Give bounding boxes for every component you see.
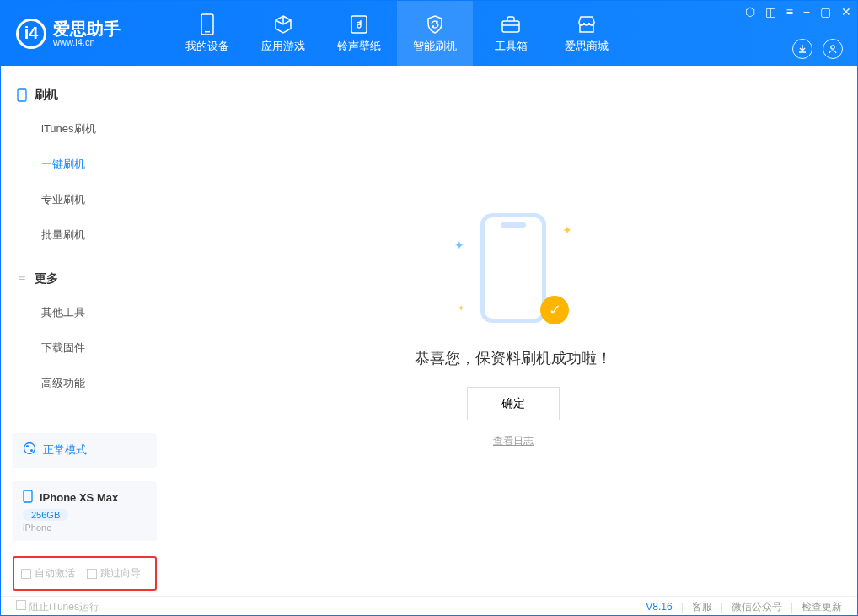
device-type: iPhone <box>23 522 147 533</box>
view-log-link[interactable]: 查看日志 <box>493 434 534 448</box>
refresh-shield-icon <box>424 13 446 35</box>
success-illustration: ✦ ✦ ✦ ✓ <box>463 213 564 331</box>
music-note-icon <box>348 13 370 35</box>
ok-button[interactable]: 确定 <box>467 387 560 420</box>
option-block-itunes[interactable]: 阻止iTunes运行 <box>16 600 99 614</box>
sparkle-icon: ✦ <box>458 303 464 313</box>
checkbox-icon <box>21 569 31 579</box>
footer-link-update[interactable]: 检查更新 <box>802 600 842 614</box>
tshirt-icon[interactable]: ⬡ <box>745 5 755 19</box>
mode-icon <box>23 442 36 458</box>
sparkle-icon: ✦ <box>454 238 464 252</box>
svg-rect-3 <box>502 21 519 32</box>
sidebar-item-advanced[interactable]: 高级功能 <box>1 366 169 401</box>
app-logo: i4 爱思助手 www.i4.cn <box>1 19 169 49</box>
cube-icon <box>272 13 294 35</box>
nav-smart-flash[interactable]: 智能刷机 <box>397 1 473 66</box>
nav-store[interactable]: 爱思商城 <box>549 1 625 66</box>
status-bar: 阻止iTunes运行 V8.16 | 客服 | 微信公众号 | 检查更新 <box>1 596 857 616</box>
success-message: 恭喜您，保资料刷机成功啦！ <box>415 348 612 368</box>
main-content: ✦ ✦ ✦ ✓ 恭喜您，保资料刷机成功啦！ 确定 查看日志 <box>169 66 857 596</box>
sidebar-item-download-firmware[interactable]: 下载固件 <box>1 330 169 366</box>
svg-rect-5 <box>18 89 26 101</box>
logo-icon: i4 <box>16 19 46 49</box>
sidebar-item-batch-flash[interactable]: 批量刷机 <box>1 217 169 253</box>
maximize-button[interactable]: ▢ <box>820 5 831 19</box>
checkmark-badge-icon: ✓ <box>540 296 569 324</box>
app-title: 爱思助手 <box>53 20 121 37</box>
sidebar-item-onekey-flash[interactable]: 一键刷机 <box>1 147 169 182</box>
device-name: iPhone XS Max <box>40 491 118 504</box>
app-subtitle: www.i4.cn <box>53 37 121 47</box>
phone-small-icon <box>16 89 28 101</box>
phone-illustration-icon <box>480 213 546 323</box>
user-button[interactable] <box>823 39 843 59</box>
option-auto-activate[interactable]: 自动激活 <box>21 566 75 581</box>
app-header: i4 爱思助手 www.i4.cn 我的设备 应用游戏 铃声壁纸 智能刷机 工具… <box>1 1 857 66</box>
close-button[interactable]: ✕ <box>841 5 851 19</box>
sidebar-group-more: ≡ 更多 <box>1 263 169 295</box>
sidebar-item-other-tools[interactable]: 其他工具 <box>1 295 169 330</box>
nav-toolbox[interactable]: 工具箱 <box>473 1 549 66</box>
sidebar-group-flash: 刷机 <box>1 79 169 111</box>
store-icon <box>576 13 598 35</box>
phone-icon <box>196 13 218 35</box>
main-nav: 我的设备 应用游戏 铃声壁纸 智能刷机 工具箱 爱思商城 <box>169 1 625 66</box>
flash-options-row: 自动激活 跳过向导 <box>13 556 157 591</box>
nav-apps-games[interactable]: 应用游戏 <box>245 1 321 66</box>
footer-link-wechat[interactable]: 微信公众号 <box>732 600 782 614</box>
toolbox-icon <box>500 13 522 35</box>
device-info-panel[interactable]: iPhone XS Max 256GB iPhone <box>13 481 157 541</box>
svg-point-4 <box>831 46 834 49</box>
minimize-button[interactable]: − <box>803 5 810 19</box>
sidebar: 刷机 iTunes刷机 一键刷机 专业刷机 批量刷机 ≡ 更多 其他工具 下载固… <box>1 66 169 596</box>
window-controls: ⬡ ◫ ≡ − ▢ ✕ <box>745 5 851 19</box>
svg-rect-1 <box>205 31 210 33</box>
mode-label: 正常模式 <box>43 442 87 458</box>
checkbox-icon <box>16 600 26 610</box>
svg-point-6 <box>24 443 35 454</box>
sidebar-item-itunes-flash[interactable]: iTunes刷机 <box>1 111 169 147</box>
footer-link-support[interactable]: 客服 <box>692 600 712 614</box>
sparkle-icon: ✦ <box>562 223 572 237</box>
svg-rect-9 <box>24 490 32 502</box>
svg-point-8 <box>30 449 33 452</box>
menu-icon[interactable]: ≡ <box>786 5 793 19</box>
nav-ringtone-wallpaper[interactable]: 铃声壁纸 <box>321 1 397 66</box>
lock-icon[interactable]: ◫ <box>765 5 776 19</box>
device-mode-panel[interactable]: 正常模式 <box>13 433 157 468</box>
option-skip-guide[interactable]: 跳过向导 <box>87 566 141 581</box>
checkbox-icon <box>87 569 97 579</box>
version-label: V8.16 <box>646 601 672 613</box>
device-capacity: 256GB <box>23 509 68 521</box>
list-icon: ≡ <box>16 273 28 285</box>
header-actions <box>792 39 843 59</box>
nav-my-device[interactable]: 我的设备 <box>169 1 245 66</box>
sidebar-item-pro-flash[interactable]: 专业刷机 <box>1 182 169 217</box>
device-phone-icon <box>23 490 33 506</box>
download-button[interactable] <box>792 39 812 59</box>
svg-point-7 <box>26 445 29 447</box>
